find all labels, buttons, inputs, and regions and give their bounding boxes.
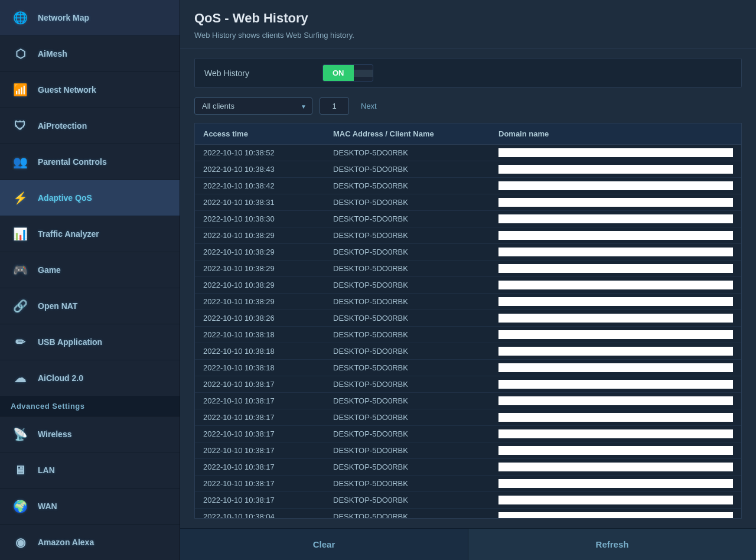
sidebar-item-parental-controls[interactable]: 👥Parental Controls bbox=[0, 144, 180, 180]
clear-button[interactable]: Clear bbox=[180, 529, 468, 560]
toggle-on-state[interactable]: ON bbox=[323, 65, 354, 81]
sidebar-item-aicloud[interactable]: ☁AiCloud 2.0 bbox=[0, 360, 180, 396]
sidebar-item-game[interactable]: 🎮Game bbox=[0, 252, 180, 288]
sidebar-item-aimesh[interactable]: ⬡AiMesh bbox=[0, 36, 180, 72]
sidebar-item-usb-application[interactable]: ✏USB Application bbox=[0, 324, 180, 360]
cell-client: DESKTOP-5DO0RBK bbox=[333, 330, 498, 339]
table-row: 2022-10-10 10:38:29DESKTOP-5DO0RBK bbox=[195, 227, 741, 244]
cell-domain bbox=[498, 496, 733, 504]
sidebar-item-lan[interactable]: 🖥LAN bbox=[0, 452, 180, 489]
cell-client: DESKTOP-5DO0RBK bbox=[333, 165, 498, 174]
cell-client: DESKTOP-5DO0RBK bbox=[333, 512, 498, 518]
cell-time: 2022-10-10 10:38:42 bbox=[203, 181, 333, 190]
cell-time: 2022-10-10 10:38:17 bbox=[203, 380, 333, 389]
cell-time: 2022-10-10 10:38:30 bbox=[203, 214, 333, 223]
web-history-table: Access time MAC Address / Client Name Do… bbox=[194, 123, 742, 519]
sidebar-item-guest-network[interactable]: 📶Guest Network bbox=[0, 72, 180, 108]
page-subtitle: Web History shows clients Web Surfing hi… bbox=[194, 31, 742, 40]
filter-row: All clients Next bbox=[194, 97, 742, 115]
cell-time: 2022-10-10 10:38:29 bbox=[203, 281, 333, 289]
cell-time: 2022-10-10 10:38:18 bbox=[203, 363, 333, 372]
table-row: 2022-10-10 10:38:29DESKTOP-5DO0RBK bbox=[195, 294, 741, 310]
sidebar-label-aimesh: AiMesh bbox=[38, 49, 67, 58]
cell-domain bbox=[498, 148, 733, 157]
table-row: 2022-10-10 10:38:17DESKTOP-5DO0RBK bbox=[195, 376, 741, 393]
table-row: 2022-10-10 10:38:29DESKTOP-5DO0RBK bbox=[195, 261, 741, 277]
cell-client: DESKTOP-5DO0RBK bbox=[333, 297, 498, 306]
cell-client: DESKTOP-5DO0RBK bbox=[333, 429, 498, 438]
next-button[interactable]: Next bbox=[356, 99, 382, 113]
sidebar-item-adaptive-qos[interactable]: ⚡Adaptive QoS bbox=[0, 180, 180, 216]
cell-domain bbox=[498, 165, 733, 174]
sidebar-label-aicloud: AiCloud 2.0 bbox=[38, 373, 83, 383]
table-row: 2022-10-10 10:38:17DESKTOP-5DO0RBK bbox=[195, 476, 741, 492]
client-filter-select[interactable]: All clients bbox=[194, 97, 312, 115]
table-row: 2022-10-10 10:38:18DESKTOP-5DO0RBK bbox=[195, 360, 741, 376]
table-row: 2022-10-10 10:38:52DESKTOP-5DO0RBK bbox=[195, 145, 741, 161]
mesh-icon: ⬡ bbox=[11, 44, 30, 63]
cell-client: DESKTOP-5DO0RBK bbox=[333, 396, 498, 405]
cell-domain bbox=[498, 248, 733, 256]
cell-domain bbox=[498, 413, 733, 422]
cell-time: 2022-10-10 10:38:52 bbox=[203, 148, 333, 157]
cell-client: DESKTOP-5DO0RBK bbox=[333, 231, 498, 240]
col-access-time: Access time bbox=[203, 129, 333, 138]
cell-client: DESKTOP-5DO0RBK bbox=[333, 181, 498, 190]
cell-time: 2022-10-10 10:38:29 bbox=[203, 231, 333, 240]
table-row: 2022-10-10 10:38:17DESKTOP-5DO0RBK bbox=[195, 459, 741, 476]
cell-client: DESKTOP-5DO0RBK bbox=[333, 314, 498, 323]
table-row: 2022-10-10 10:38:31DESKTOP-5DO0RBK bbox=[195, 194, 741, 211]
table-row: 2022-10-10 10:38:17DESKTOP-5DO0RBK bbox=[195, 492, 741, 509]
sidebar-item-aiprotection[interactable]: 🛡AiProtection bbox=[0, 108, 180, 144]
table-row: 2022-10-10 10:38:42DESKTOP-5DO0RBK bbox=[195, 178, 741, 194]
parents-icon: 👥 bbox=[11, 152, 30, 171]
table-header: Access time MAC Address / Client Name Do… bbox=[195, 123, 741, 145]
cell-time: 2022-10-10 10:38:43 bbox=[203, 165, 333, 174]
sidebar-item-open-nat[interactable]: 🔗Open NAT bbox=[0, 288, 180, 324]
game-icon: 🎮 bbox=[11, 261, 30, 279]
cell-client: DESKTOP-5DO0RBK bbox=[333, 463, 498, 471]
cell-time: 2022-10-10 10:38:31 bbox=[203, 198, 333, 207]
cell-time: 2022-10-10 10:38:17 bbox=[203, 446, 333, 455]
sidebar-item-traffic-analyzer[interactable]: 📊Traffic Analyzer bbox=[0, 216, 180, 252]
nat-icon: 🔗 bbox=[11, 297, 30, 315]
main-content: QoS - Web History Web History shows clie… bbox=[180, 0, 756, 560]
cell-client: DESKTOP-5DO0RBK bbox=[333, 347, 498, 356]
sidebar-item-wireless[interactable]: 📡Wireless bbox=[0, 416, 180, 452]
table-row: 2022-10-10 10:38:29DESKTOP-5DO0RBK bbox=[195, 277, 741, 294]
cell-client: DESKTOP-5DO0RBK bbox=[333, 264, 498, 273]
sidebar-item-wan[interactable]: 🌍WAN bbox=[0, 489, 180, 525]
sidebar-label-amazon-alexa: Amazon Alexa bbox=[38, 538, 94, 547]
page-number-input[interactable] bbox=[320, 97, 349, 115]
cell-time: 2022-10-10 10:38:17 bbox=[203, 429, 333, 438]
refresh-button[interactable]: Refresh bbox=[468, 529, 756, 560]
sidebar-label-guest-network: Guest Network bbox=[38, 85, 96, 95]
sidebar-item-network-map[interactable]: 🌐Network Map bbox=[0, 0, 180, 36]
table-row: 2022-10-10 10:38:17DESKTOP-5DO0RBK bbox=[195, 426, 741, 442]
usb-icon: ✏ bbox=[11, 333, 30, 351]
toggle-off-state[interactable] bbox=[354, 70, 373, 77]
table-row: 2022-10-10 10:38:29DESKTOP-5DO0RBK bbox=[195, 244, 741, 261]
cell-client: DESKTOP-5DO0RBK bbox=[333, 413, 498, 422]
cell-domain bbox=[498, 396, 733, 405]
table-row: 2022-10-10 10:38:17DESKTOP-5DO0RBK bbox=[195, 393, 741, 409]
cell-domain bbox=[498, 347, 733, 356]
sidebar-label-aiprotection: AiProtection bbox=[38, 121, 87, 131]
cell-client: DESKTOP-5DO0RBK bbox=[333, 214, 498, 223]
cell-domain bbox=[498, 314, 733, 323]
cell-time: 2022-10-10 10:38:04 bbox=[203, 512, 333, 518]
cell-client: DESKTOP-5DO0RBK bbox=[333, 198, 498, 207]
cell-time: 2022-10-10 10:38:18 bbox=[203, 330, 333, 339]
toggle-row: Web History ON bbox=[194, 58, 742, 88]
sidebar-item-amazon-alexa[interactable]: ◉Amazon Alexa bbox=[0, 525, 180, 560]
cell-client: DESKTOP-5DO0RBK bbox=[333, 281, 498, 289]
cloud-icon: ☁ bbox=[11, 369, 30, 388]
wireless-icon: 📡 bbox=[11, 425, 30, 444]
sidebar: 🌐Network Map⬡AiMesh📶Guest Network🛡AiProt… bbox=[0, 0, 180, 560]
table-body: 2022-10-10 10:38:52DESKTOP-5DO0RBK2022-1… bbox=[195, 145, 741, 518]
cell-domain bbox=[498, 446, 733, 455]
web-history-toggle-label: Web History bbox=[204, 69, 322, 78]
cell-client: DESKTOP-5DO0RBK bbox=[333, 479, 498, 488]
web-history-toggle[interactable]: ON bbox=[322, 64, 373, 82]
qos-icon: ⚡ bbox=[11, 188, 30, 207]
